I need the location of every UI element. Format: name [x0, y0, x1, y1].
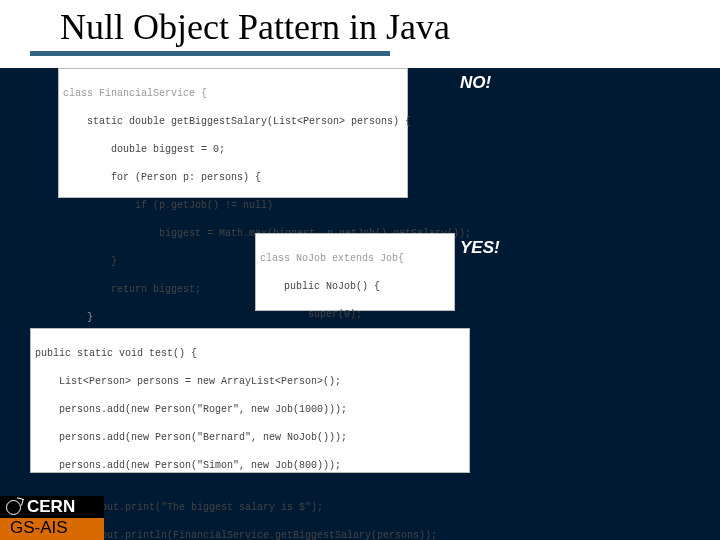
footer-org: CERN [27, 497, 75, 517]
code-line: persons.add(new Person("Roger", new Job(… [35, 403, 463, 417]
code-nojob-class: class NoJob extends Job{ public NoJob() … [255, 233, 455, 311]
code-financial-service: class FinancialService { static double g… [58, 68, 408, 198]
code-line: class FinancialService { [63, 87, 401, 101]
code-line: double biggest = 0; [63, 143, 401, 157]
slide-title: Null Object Pattern in Java [0, 0, 720, 51]
footer-dept: GS-AIS [0, 518, 104, 540]
title-spacer [0, 60, 720, 68]
cern-logo-icon [6, 500, 21, 515]
code-line: static double getBiggestSalary(List<Pers… [63, 115, 401, 129]
code-test-method: public static void test() { List<Person>… [30, 328, 470, 473]
code-line: List<Person> persons = new ArrayList<Per… [35, 375, 463, 389]
label-yes: YES! [460, 238, 500, 258]
code-line: super(0); [260, 308, 448, 322]
footer: CERN GS-AIS [0, 496, 104, 540]
code-line: public static void test() { [35, 347, 463, 361]
footer-org-row: CERN [0, 496, 104, 518]
code-line: persons.add(new Person("Bernard", new No… [35, 431, 463, 445]
title-underline-wrap [0, 51, 720, 60]
code-line: class NoJob extends Job{ [260, 252, 448, 266]
title-underline [30, 51, 390, 56]
code-line: public NoJob() { [260, 280, 448, 294]
code-line: persons.add(new Person("Simon", new Job(… [35, 459, 463, 473]
code-line: if (p.getJob() != null) [63, 199, 401, 213]
code-line: for (Person p: persons) { [63, 171, 401, 185]
label-no: NO! [460, 73, 491, 93]
